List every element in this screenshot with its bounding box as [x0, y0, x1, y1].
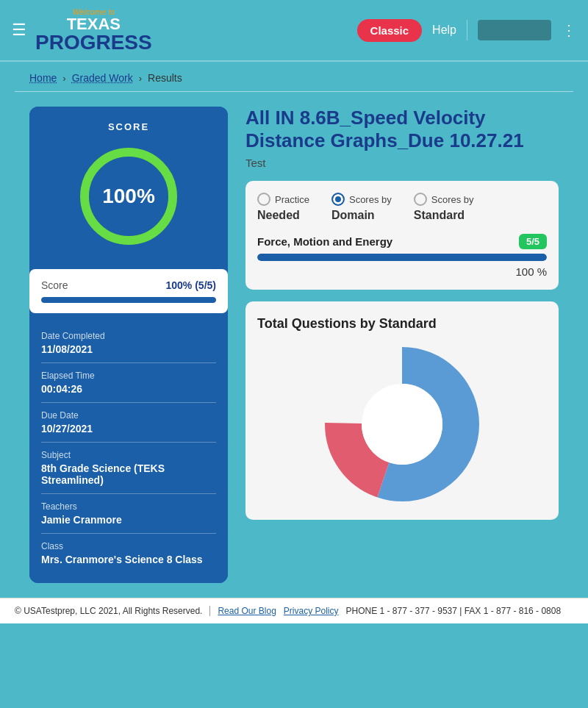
domain-header: Force, Motion and Energy 5/5 [257, 234, 547, 249]
detail-due-date: Due Date 10/27/2021 [41, 403, 216, 443]
user-name-scribble [478, 20, 551, 40]
footer-phone: PHONE 1 - 877 - 377 - 9537 | FAX 1 - 877… [346, 606, 562, 616]
chart-title: Total Questions by Standard [257, 316, 547, 332]
footer: © USATestprep, LLC 2021, All Rights Rese… [0, 598, 588, 623]
domain-bar [257, 254, 547, 261]
tab-scores-domain[interactable]: Scores by Domain [331, 193, 392, 222]
score-section: SCORE 100% [29, 107, 228, 269]
tab-practice-radio [257, 193, 270, 206]
detail-elapsed-value: 00:04:26 [41, 383, 216, 395]
detail-subject-value: 8th Grade Science (TEKS Streamlined) [41, 462, 216, 486]
breadcrumb-results: Results [148, 72, 182, 84]
tab-standard-value: Standard [414, 209, 465, 222]
logo-texas-text: TEXAS [67, 16, 121, 32]
score-info-card: Score 100% (5/5) [29, 269, 228, 313]
main-content: SCORE 100% Score 100% (5/5) Date Comp [0, 92, 588, 598]
tab-practice-label: Practice [275, 194, 309, 205]
tab-scores-standard[interactable]: Scores by Standard [414, 193, 474, 222]
tab-domain-radio-row: Scores by [331, 193, 392, 206]
footer-blog-link[interactable]: Read Our Blog [218, 606, 276, 616]
donut-svg [314, 343, 490, 505]
score-progress-fill [41, 297, 216, 303]
breadcrumb-sep2: › [139, 73, 142, 84]
detail-subject-label: Subject [41, 450, 216, 460]
detail-elapsed-label: Elapsed Time [41, 371, 216, 381]
domain-result-row: Force, Motion and Energy 5/5 100 % [257, 234, 547, 278]
detail-due-value: 10/27/2021 [41, 423, 216, 435]
score-circle: 100% [74, 141, 184, 251]
domain-bar-fill [257, 254, 547, 261]
tab-practice[interactable]: Practice Needed [257, 193, 309, 222]
more-options-icon[interactable]: ⋮ [562, 21, 576, 39]
score-percent-text: 100% [102, 185, 155, 208]
logo: Welcome to TEXAS PROGRESS [35, 7, 152, 53]
donut-chart [257, 343, 547, 505]
tabs-row: Practice Needed Scores by Domain [257, 193, 547, 222]
help-link[interactable]: Help [432, 24, 456, 37]
breadcrumb-home[interactable]: Home [29, 72, 57, 84]
detail-class: Class Mrs. Cranmore's Science 8 Class [41, 534, 216, 573]
tab-practice-value: Needed [257, 209, 300, 222]
assignment-type: Test [245, 157, 559, 169]
detail-teachers-label: Teachers [41, 501, 216, 512]
domain-pct: 100 % [257, 265, 547, 278]
detail-class-label: Class [41, 541, 216, 551]
svg-point-5 [362, 384, 442, 465]
detail-teachers: Teachers Jamie Cranmore [41, 494, 216, 534]
left-panel: SCORE 100% Score 100% (5/5) Date Comp [29, 107, 228, 583]
detail-class-value: Mrs. Cranmore's Science 8 Class [41, 554, 216, 565]
domain-score-badge: 5/5 [519, 234, 547, 249]
breadcrumb: Home › Graded Work › Results [0, 62, 588, 91]
footer-divider [209, 606, 210, 616]
details-section: Date Completed 11/08/2021 Elapsed Time 0… [29, 313, 228, 583]
chart-card: Total Questions by Standard [245, 301, 559, 520]
tab-standard-label: Scores by [431, 194, 474, 205]
score-info-row: Score 100% (5/5) [41, 279, 216, 291]
assignment-title: All IN 8.6B_Speed Velocity Distance Grap… [245, 107, 559, 152]
detail-subject: Subject 8th Grade Science (TEKS Streamli… [41, 443, 216, 494]
breadcrumb-sep1: › [62, 73, 65, 84]
footer-copyright: © USATestprep, LLC 2021, All Rights Rese… [15, 606, 202, 616]
score-progress-bar [41, 297, 216, 303]
detail-due-label: Due Date [41, 410, 216, 421]
app-header: ☰ Welcome to TEXAS PROGRESS Classic Help… [0, 0, 588, 60]
tab-domain-value: Domain [331, 209, 375, 222]
detail-elapsed: Elapsed Time 00:04:26 [41, 363, 216, 403]
header-right: Classic Help ⋮ [357, 19, 576, 42]
right-panel: All IN 8.6B_Speed Velocity Distance Grap… [228, 107, 559, 520]
tab-standard-radio-row: Scores by [414, 193, 474, 206]
detail-teachers-value: Jamie Cranmore [41, 514, 216, 526]
score-section-label: SCORE [108, 121, 149, 132]
detail-date-value: 11/08/2021 [41, 343, 216, 355]
logo-progress-text: PROGRESS [35, 32, 152, 53]
domain-name: Force, Motion and Energy [257, 235, 392, 248]
hamburger-icon[interactable]: ☰ [12, 21, 26, 40]
user-area [467, 20, 551, 40]
tab-domain-radio [331, 193, 345, 206]
breadcrumb-graded-work[interactable]: Graded Work [72, 72, 133, 84]
score-row-label: Score [41, 279, 68, 291]
detail-date-label: Date Completed [41, 331, 216, 341]
tabs-card: Practice Needed Scores by Domain [245, 181, 559, 290]
tab-standard-radio [414, 193, 427, 206]
tab-domain-label: Scores by [349, 194, 392, 205]
tab-practice-radio-row: Practice [257, 193, 309, 206]
detail-date-completed: Date Completed 11/08/2021 [41, 323, 216, 363]
score-row-value: 100% (5/5) [166, 279, 216, 291]
footer-privacy-link[interactable]: Privacy Policy [284, 606, 339, 616]
classic-button[interactable]: Classic [357, 19, 423, 42]
